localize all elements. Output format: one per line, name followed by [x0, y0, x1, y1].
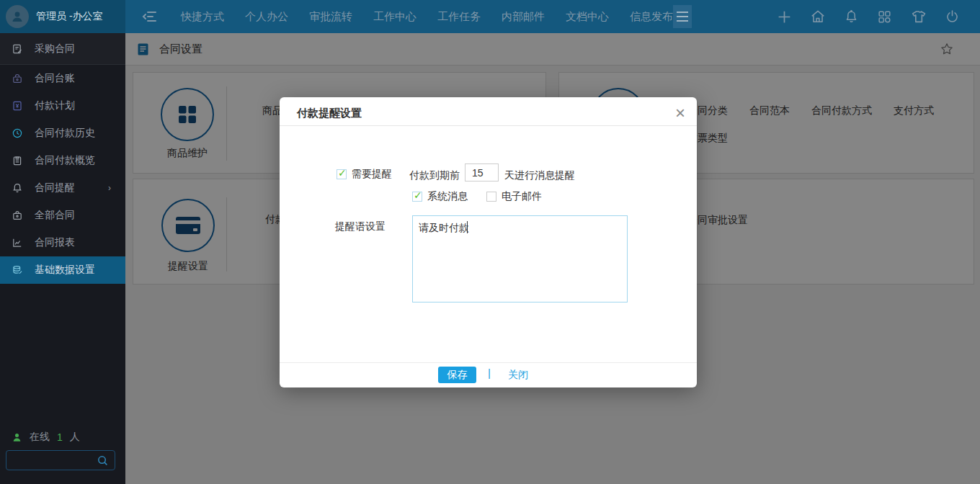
close-icon[interactable]: × [675, 102, 685, 124]
payment-plan-icon [12, 100, 23, 112]
online-count: 1 [57, 431, 63, 443]
sidebar-item-label: 付款计划 [35, 99, 75, 112]
email-label: 电子邮件 [502, 190, 542, 203]
nav-item-mail[interactable]: 内部邮件 [502, 10, 545, 24]
online-unit: 人 [70, 431, 80, 444]
clipboard-icon [12, 155, 23, 166]
payment-reminder-dialog: 付款提醒设置 × 需要提醒 付款到期前 天进行消息提醒 系统消息 电子邮件 提醒… [280, 97, 697, 387]
sidebar-item-label: 合同报表 [35, 236, 75, 249]
online-label: 在线 [30, 431, 50, 444]
sidebar-item-contract-reminder[interactable]: 合同提醒 › [0, 174, 125, 202]
contract-doc-icon [12, 43, 23, 55]
sidebar-item-label: 全部合同 [35, 209, 75, 222]
sidebar-item-label: 合同台账 [35, 72, 75, 85]
sidebar-item-label: 合同付款历史 [35, 127, 95, 140]
close-button[interactable]: 关闭 [508, 369, 528, 382]
dialog-divider [280, 125, 697, 126]
nav-item-worktasks[interactable]: 工作任务 [437, 10, 481, 24]
sidebar-item-label: 基础数据设置 [35, 264, 95, 277]
avatar [6, 5, 29, 28]
save-button[interactable]: 保存 [438, 367, 476, 383]
apps-grid-icon[interactable] [877, 9, 892, 24]
power-icon[interactable] [945, 9, 960, 24]
sidebar-item-label: 合同付款概览 [35, 154, 95, 167]
sidebar-item-payment-overview[interactable]: 合同付款概览 [0, 147, 125, 174]
user-name: 管理员 -办公室 [36, 10, 103, 23]
email-field: 电子邮件 [486, 190, 542, 203]
nav-item-workcenter[interactable]: 工作中心 [373, 10, 416, 24]
sidebar-item-label: 合同提醒 [35, 182, 75, 194]
sidebar-item-contract-reports[interactable]: 合同报表 [0, 229, 125, 256]
bag-icon [12, 210, 23, 221]
user-area[interactable]: 管理员 -办公室 [0, 0, 125, 33]
nav-item-docs[interactable]: 文档中心 [566, 10, 609, 24]
nav-item-personal[interactable]: 个人办公 [245, 10, 288, 24]
sidebar-item-payment-plan[interactable]: 付款计划 [0, 92, 125, 120]
search-input[interactable] [6, 455, 97, 466]
sidebar: 采购合同 合同台账 付款计划 合同付款历史 合同付款概览 [0, 33, 125, 484]
text-caret [467, 221, 468, 233]
menu-fold-icon[interactable] [141, 8, 159, 25]
app-window: 管理员 -办公室 快捷方式 个人办公 审批流转 工作中心 工作任务 内部邮件 文… [0, 0, 980, 484]
need-reminder-field: 需要提醒 [337, 168, 392, 181]
button-separator: | [488, 367, 491, 379]
more-menu-button[interactable] [673, 5, 692, 28]
topbar: 管理员 -办公室 快捷方式 个人办公 审批流转 工作中心 工作任务 内部邮件 文… [0, 0, 980, 33]
channel-row: 系统消息 电子邮件 [412, 190, 542, 203]
email-checkbox[interactable] [486, 192, 496, 202]
nav-item-approval[interactable]: 审批流转 [309, 10, 352, 24]
clock-icon [12, 127, 23, 139]
online-status: 在线1人 [12, 431, 80, 444]
system-message-field: 系统消息 [412, 190, 468, 203]
days-prefix-label: 付款到期前 [409, 169, 460, 182]
dialog-title: 付款提醒设置 [297, 107, 362, 120]
plus-icon[interactable] [777, 9, 792, 24]
wallet-icon [12, 73, 23, 84]
sidebar-item-base-data-settings[interactable]: 基础数据设置 [0, 256, 125, 284]
sidebar-item-contract-ledger[interactable]: 合同台账 [0, 65, 125, 92]
footer-divider [280, 362, 697, 363]
topbar-icons [777, 9, 960, 25]
chevron-right-icon: › [108, 183, 111, 193]
bell-icon [12, 182, 23, 194]
system-message-label: 系统消息 [427, 190, 468, 203]
person-icon [12, 432, 22, 443]
need-reminder-checkbox[interactable] [337, 169, 347, 179]
sidebar-item-label: 采购合同 [35, 42, 75, 55]
sidebar-item-purchase-contract[interactable]: 采购合同 [0, 33, 125, 65]
sidebar-search [6, 450, 115, 470]
chart-icon [12, 237, 23, 248]
need-reminder-label: 需要提醒 [352, 168, 392, 181]
sidebar-item-all-contracts[interactable]: 全部合同 [0, 202, 125, 229]
days-suffix-label: 天进行消息提醒 [504, 169, 575, 182]
database-icon [12, 264, 23, 276]
home-icon[interactable] [810, 9, 826, 24]
days-input[interactable] [465, 163, 499, 182]
reminder-text-label: 提醒语设置 [335, 220, 386, 233]
theme-shirt-icon[interactable] [910, 9, 927, 25]
search-icon[interactable] [97, 454, 109, 467]
nav-item-news[interactable]: 信息发布 [630, 10, 673, 24]
reminder-text-area[interactable] [412, 215, 628, 302]
bell-icon[interactable] [844, 9, 859, 24]
reminder-row: 需要提醒 付款到期前 天进行消息提醒 [280, 166, 697, 184]
system-message-checkbox[interactable] [412, 192, 422, 202]
main-nav: 快捷方式 个人办公 审批流转 工作中心 工作任务 内部邮件 文档中心 信息发布 [181, 10, 673, 24]
sidebar-item-payment-history[interactable]: 合同付款历史 [0, 120, 125, 147]
nav-item-shortcuts[interactable]: 快捷方式 [181, 10, 224, 24]
